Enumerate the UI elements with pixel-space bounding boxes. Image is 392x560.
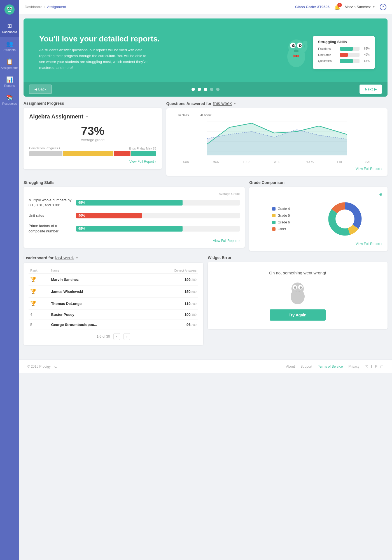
struggling-view-full[interactable]: View Full Report › — [29, 239, 240, 243]
leaderboard-time-period[interactable]: last week — [55, 255, 74, 260]
dashboard-icon: ⊞ — [7, 22, 12, 29]
footer-about[interactable]: About — [286, 365, 295, 368]
svg-point-4 — [10, 8, 11, 9]
leaderboard-dropdown-arrow[interactable]: ▼ — [76, 256, 78, 260]
svg-point-0 — [4, 4, 15, 15]
breadcrumb-home[interactable]: Dashboard — [25, 5, 43, 9]
skill-row-fractions: Fractions 65% — [318, 47, 370, 51]
user-name: Marvin Sanchez — [345, 5, 371, 9]
facebook-icon[interactable]: f — [371, 364, 372, 369]
questions-dropdown-arrow[interactable]: ▼ — [234, 102, 236, 105]
trophy-gold-1: 🏆 — [30, 277, 36, 282]
footer-tos[interactable]: Terms of Service — [318, 365, 343, 368]
score-cell-2: 150/500 — [147, 286, 198, 298]
hero-title: You'll love your detailed reports. — [39, 34, 274, 44]
assignment-progress-card: Algebra Assignment ▼ 73% Average grade C… — [24, 108, 162, 169]
pagination-prev[interactable]: ‹ — [113, 333, 120, 340]
sidebar-item-assignments[interactable]: 📋 Assignments — [0, 55, 19, 73]
assignment-view-full[interactable]: View Full Report › — [29, 160, 156, 164]
struggling-skills-section: Struggling Skills Average Grade Multiply… — [24, 180, 245, 251]
hero-next-button[interactable]: Next ▶ — [360, 85, 382, 94]
row-2: Struggling Skills Average Grade Multiply… — [24, 180, 388, 251]
assignment-percentage: 73% — [29, 124, 156, 138]
hero-card-title: Struggling Skills — [318, 40, 370, 44]
skill-bar-prime: 65% — [76, 226, 183, 232]
trophy-silver-2: 🏆 — [30, 289, 36, 294]
struggling-view-full-text: View Full Report — [213, 239, 237, 243]
skill-bar-multiply: 65% — [76, 200, 183, 206]
hero-text: You'll love your detailed reports. As st… — [28, 26, 282, 79]
legend-label-other: Other — [278, 227, 286, 231]
skill-name-unitrates: Unit rates — [29, 213, 73, 218]
rank-cell-3: 🏆 — [29, 298, 49, 310]
user-menu[interactable]: Marvin Sanchez ▼ — [345, 5, 375, 9]
skill-bar-bg-prime: 65% — [76, 226, 240, 232]
legend-label-grade5: Grade 5 — [278, 214, 290, 218]
skill-bar-bg-unitrates — [340, 53, 360, 57]
grade-view-full[interactable]: View Full Report › — [254, 242, 382, 246]
help-button[interactable]: ? — [380, 4, 386, 10]
class-code-text: Class Code: — [295, 5, 316, 9]
footer-support[interactable]: Support — [300, 365, 312, 368]
questions-heading: Questions Answered for this week ▼ — [166, 101, 388, 106]
user-menu-arrow: ▼ — [372, 5, 375, 8]
leaderboard-heading: Leaderboard for last week ▼ — [24, 255, 203, 260]
rank-cell-5: 5 — [29, 320, 49, 330]
skill-name-multiply: Multiply whole numbers by 0.1, 0.01, and… — [29, 198, 73, 208]
info-icon[interactable]: ℹ — [59, 146, 60, 150]
notification-bell[interactable]: 🔔 3 — [334, 4, 340, 10]
skill-label-unitrates: Unit rates — [318, 53, 338, 57]
notification-badge: 3 — [337, 3, 342, 7]
pagination-label: 1-5 of 30 — [97, 335, 110, 339]
skill-bar-bg-quadratics — [340, 59, 360, 63]
footer-privacy[interactable]: Privacy — [348, 365, 359, 368]
assignment-progress-heading: Assignment Progress — [24, 101, 162, 106]
struggling-heading: Struggling Skills — [24, 180, 245, 185]
col-name: Name — [49, 268, 147, 274]
donut-svg — [325, 199, 365, 239]
footer: © 2015 Prodigy Inc. About Support Terms … — [19, 360, 392, 373]
sidebar-item-students[interactable]: 👥 Students — [0, 37, 19, 55]
table-row: 🏆 Marvin Sanchez 199/200 — [29, 274, 198, 286]
col-rank: Rank — [29, 268, 49, 274]
grade-info-icon[interactable]: ⊕ — [254, 192, 382, 197]
sidebar-item-resources[interactable]: 📚 Resources — [0, 91, 19, 109]
try-again-button[interactable]: Try Again — [270, 309, 326, 321]
skill-bar-unitrates-full: 40% — [76, 213, 142, 218]
table-row: 🏆 James Wisniewski 150/500 — [29, 286, 198, 298]
svg-point-3 — [8, 8, 9, 9]
progress-bar-grey — [29, 151, 62, 156]
legend-in-class: In class — [171, 113, 189, 117]
hero-nav-row: ◀ Back Next ▶ — [24, 82, 388, 97]
hero-banner: You'll love your detailed reports. As st… — [24, 18, 388, 97]
assignment-grade-label: Average grade — [29, 138, 156, 142]
skill-bar-fractions — [340, 47, 353, 51]
chevron-right-struggling: › — [239, 239, 240, 243]
legend-dot-other — [272, 227, 276, 231]
pinterest-icon[interactable]: P — [375, 364, 377, 369]
sidebar-item-dashboard[interactable]: ⊞ Dashboard — [0, 19, 19, 37]
breadcrumb: Dashboard › Assignment — [25, 5, 66, 9]
twitter-icon[interactable]: 𝕏 — [365, 364, 368, 369]
hero-back-button[interactable]: ◀ Back — [29, 85, 52, 94]
progress-bar-yellow — [63, 151, 113, 156]
chevron-right-icon: › — [155, 160, 156, 164]
assignment-dropdown-arrow[interactable]: ▼ — [86, 115, 88, 118]
svg-point-17 — [303, 41, 307, 45]
ends-label: Ends Friday May 25 — [129, 147, 156, 150]
footer-social: 𝕏 f P ◻ — [365, 364, 384, 369]
pagination-next[interactable]: › — [123, 333, 130, 340]
instagram-icon[interactable]: ◻ — [380, 364, 384, 369]
hero-mascot — [282, 36, 313, 69]
skill-pct-quadratics: 65% — [362, 59, 370, 62]
row-3: Leaderboard for last week ▼ Rank Name Co… — [24, 255, 388, 345]
sidebar-label-reports: Reports — [4, 84, 15, 87]
legend-dot-grade4 — [272, 207, 276, 211]
error-mascot — [286, 280, 309, 305]
chart-container: 80604020 — [171, 119, 382, 164]
sidebar-label-students: Students — [3, 48, 15, 52]
sidebar-item-reports[interactable]: 📊 Reports — [0, 73, 19, 91]
questions-view-full[interactable]: View Full Report › — [171, 167, 382, 171]
questions-time-period[interactable]: this week — [213, 101, 232, 106]
questions-chart-card: In class At home 80604020 — [166, 108, 388, 176]
